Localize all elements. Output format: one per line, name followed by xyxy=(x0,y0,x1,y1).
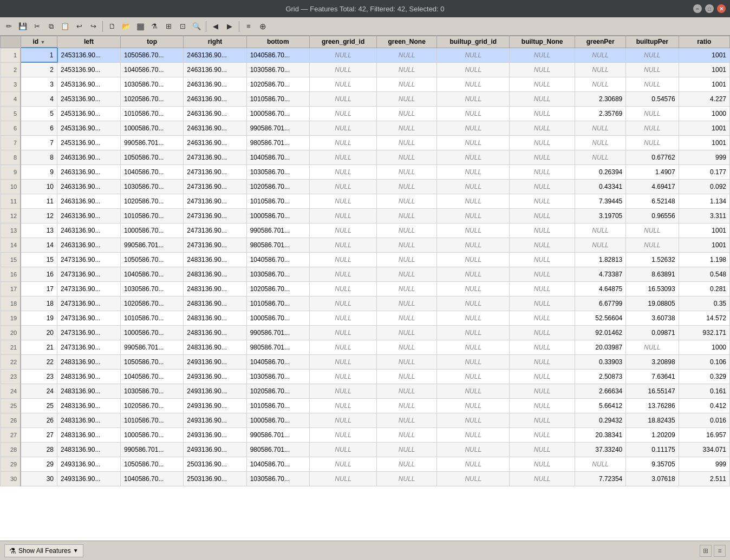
edit-button[interactable]: ✏ xyxy=(2,20,15,33)
col-header-green-grid-id[interactable]: green_grid_id xyxy=(309,36,376,48)
cell-ratio: 1001 xyxy=(679,77,729,91)
table-row[interactable]: 222453136.90...1040586.70...2463136.90..… xyxy=(1,62,730,77)
table-row[interactable]: 772453136.90...990586.701...2463136.90..… xyxy=(1,135,730,150)
select2-button[interactable]: ⊡ xyxy=(176,20,189,33)
cell-greenper: 6.67799 xyxy=(575,296,626,311)
col-header-builtup-none[interactable]: builtup_None xyxy=(510,36,575,48)
cell-greenper: 0.26394 xyxy=(575,164,626,179)
table-row[interactable]: 21212473136.90...990586.701...2483136.90… xyxy=(1,340,730,354)
grid-view-button[interactable]: ⊞ xyxy=(700,545,712,557)
table-row[interactable]: 13132463136.90...1000586.70...2473136.90… xyxy=(1,223,730,238)
table-row[interactable]: 24242483136.90...1030586.70...2493136.90… xyxy=(1,384,730,398)
cell-green-grid-id: NULL xyxy=(309,296,376,311)
cut-button[interactable]: ✂ xyxy=(30,20,43,33)
table-row[interactable]: 26262483136.90...1010586.70...2493136.90… xyxy=(1,413,730,427)
table-row[interactable]: 662453136.90...1000586.70...2463136.90..… xyxy=(1,121,730,135)
cell-id: 18 xyxy=(21,296,57,311)
paste-button[interactable]: 📋 xyxy=(58,20,71,33)
separator-2 xyxy=(206,21,206,32)
row-number: 24 xyxy=(1,384,21,398)
table-row[interactable]: 22222483136.90...1050586.70...2493136.90… xyxy=(1,354,730,369)
cell-green-grid-id: NULL xyxy=(309,77,376,91)
table-row[interactable]: 27272483136.90...1000586.70...2493136.90… xyxy=(1,427,730,442)
cell-bottom: 1000586.70... xyxy=(246,413,309,427)
cell-top: 1020586.70... xyxy=(121,91,184,106)
table-row[interactable]: 17172473136.90...1030586.70...2483136.90… xyxy=(1,281,730,296)
layer-button[interactable]: ▦ xyxy=(134,20,147,33)
cell-greenper: 2.66634 xyxy=(575,384,626,398)
table-row[interactable]: 25252483136.90...1020586.70...2493136.90… xyxy=(1,398,730,413)
table-row[interactable]: 11112463136.90...1020586.70...2473136.90… xyxy=(1,194,730,208)
magnify-button[interactable]: ⊕ xyxy=(256,20,269,33)
cell-greenper: NULL xyxy=(575,223,626,238)
table-row[interactable]: 112453136.90...1050586.70...2463136.90..… xyxy=(1,48,730,62)
cell-bottom: 1030586.70... xyxy=(246,164,309,179)
open-button[interactable]: 📂 xyxy=(120,20,133,33)
cell-left: 2473136.90... xyxy=(57,325,121,340)
cell-builtupper: 3.60738 xyxy=(626,311,679,325)
col-header-id[interactable]: id ▼ xyxy=(21,36,57,48)
cell-builtupper: 16.55147 xyxy=(626,384,679,398)
list-view-button[interactable]: ≡ xyxy=(714,545,726,557)
cell-right: 2483136.90... xyxy=(184,267,246,281)
cell-green-grid-id: NULL xyxy=(309,208,376,223)
table-row[interactable]: 882463136.90...1050586.70...2473136.90..… xyxy=(1,150,730,164)
cell-builtupper: NULL xyxy=(626,121,679,135)
cell-top: 1050586.70... xyxy=(121,48,184,62)
show-all-features-button[interactable]: ⚗ Show All Features ▼ xyxy=(4,544,83,557)
table-row[interactable]: 29292493136.90...1050586.70...2503136.90… xyxy=(1,457,730,471)
col-header-right[interactable]: right xyxy=(184,36,246,48)
col-header-ratio[interactable]: ratio xyxy=(679,36,729,48)
col-header-green-none[interactable]: green_None xyxy=(377,36,437,48)
table-row[interactable]: 16162473136.90...1040586.70...2483136.90… xyxy=(1,267,730,281)
col-header-builtupPer[interactable]: builtupPer xyxy=(626,36,679,48)
table-row[interactable]: 20202473136.90...1000586.70...2483136.90… xyxy=(1,325,730,340)
undo-button[interactable]: ↩ xyxy=(73,20,86,33)
save-button[interactable]: 💾 xyxy=(16,20,29,33)
col-header-greenper[interactable]: greenPer xyxy=(575,36,626,48)
cell-left: 2483136.90... xyxy=(57,413,121,427)
copy-button[interactable]: ⧉ xyxy=(44,20,57,33)
cell-id: 24 xyxy=(21,384,57,398)
cell-id: 12 xyxy=(21,208,57,223)
table-row[interactable]: 15152473136.90...1050586.70...2483136.90… xyxy=(1,252,730,267)
columns-button[interactable]: ≡ xyxy=(242,20,255,33)
table-row[interactable]: 30302493136.90...1040586.70...2503136.90… xyxy=(1,471,730,486)
col-header-builtup-grid-id[interactable]: builtup_grid_id xyxy=(437,36,510,48)
table-row[interactable]: 12122463136.90...1010586.70...2473136.90… xyxy=(1,208,730,223)
cell-bottom: 1020586.70... xyxy=(246,384,309,398)
minimize-button[interactable]: − xyxy=(693,4,702,13)
cell-green-none: NULL xyxy=(377,311,437,325)
col-header-top[interactable]: top xyxy=(121,36,184,48)
cell-id: 10 xyxy=(21,179,57,194)
maximize-button[interactable]: □ xyxy=(705,4,714,13)
zoom-button[interactable]: 🔍 xyxy=(190,20,203,33)
table-row[interactable]: 552453136.90...1010586.70...2463136.90..… xyxy=(1,106,730,121)
table-row[interactable]: 23232483136.90...1040586.70...2493136.90… xyxy=(1,369,730,384)
col-header-bottom[interactable]: bottom xyxy=(246,36,309,48)
close-button[interactable]: ✕ xyxy=(717,4,726,13)
table-row[interactable]: 18182473136.90...1020586.70...2483136.90… xyxy=(1,296,730,311)
filter-button[interactable]: ⚗ xyxy=(148,20,161,33)
table-row[interactable]: 14142463136.90...990586.701...2473136.90… xyxy=(1,238,730,252)
table-row[interactable]: 332453136.90...1030586.70...2463136.90..… xyxy=(1,77,730,91)
table-row[interactable]: 992463136.90...1040586.70...2473136.90..… xyxy=(1,164,730,179)
select-button[interactable]: ⊞ xyxy=(162,20,175,33)
table-row[interactable]: 10102463136.90...1030586.70...2473136.90… xyxy=(1,179,730,194)
move-right-button[interactable]: ▶ xyxy=(223,20,236,33)
new-button[interactable]: 🗋 xyxy=(106,20,119,33)
cell-bottom: 1040586.70... xyxy=(246,457,309,471)
cell-builtup-none: NULL xyxy=(510,398,575,413)
cell-top: 1000586.70... xyxy=(121,427,184,442)
cell-left: 2483136.90... xyxy=(57,442,121,457)
table-row[interactable]: 28282483136.90...990586.701...2493136.90… xyxy=(1,442,730,457)
col-header-left[interactable]: left xyxy=(57,36,121,48)
cell-greenper: 7.72354 xyxy=(575,471,626,486)
table-row[interactable]: 19192473136.90...1010586.70...2483136.90… xyxy=(1,311,730,325)
table-row[interactable]: 442453136.90...1020586.70...2463136.90..… xyxy=(1,91,730,106)
move-left-button[interactable]: ◀ xyxy=(209,20,222,33)
cell-ratio: 999 xyxy=(679,150,729,164)
redo-button[interactable]: ↪ xyxy=(87,20,100,33)
cell-green-none: NULL xyxy=(377,369,437,384)
data-table-wrapper[interactable]: id ▼ left top right bottom green_grid_id… xyxy=(0,36,730,541)
